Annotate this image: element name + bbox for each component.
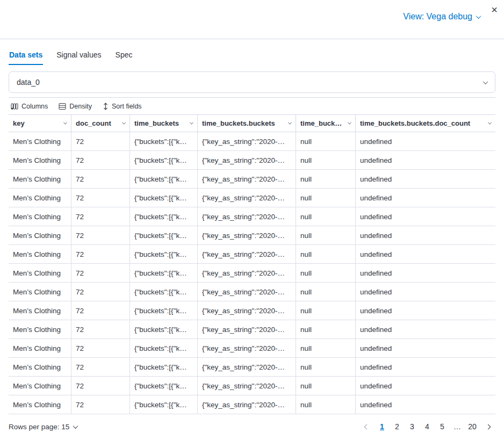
chevron-down-icon <box>476 13 481 19</box>
table-cell-doc_count: 72 <box>71 283 130 301</box>
table-row: Men’s Clothing72{"buckets":[{"k…{"key_as… <box>9 339 495 358</box>
table-cell-time_buckets-buckets: {"key_as_string":"2020-… <box>198 264 296 282</box>
table-cell-doc_count: 72 <box>71 226 130 244</box>
table-cell-time_buckets-buckets-doc_count: undefined <box>356 339 495 357</box>
pagination-bar: Rows per page: 15 12345…20 <box>9 419 495 434</box>
tab-data-sets[interactable]: Data sets <box>9 46 43 65</box>
table-row: Men’s Clothing72{"buckets":[{"k…{"key_as… <box>9 395 495 414</box>
pagination-page-2[interactable]: 2 <box>390 419 404 434</box>
table-cell-time_buckets: {"buckets":[{"k… <box>130 207 198 226</box>
chevron-down-icon <box>190 121 193 125</box>
table-cell-time_buckets: {"buckets":[{"k… <box>130 377 198 395</box>
table-cell-time_buckets-truncated: null <box>296 189 356 207</box>
table-row: Men’s Clothing72{"buckets":[{"k…{"key_as… <box>9 151 495 170</box>
rows-per-page-label: Rows per page: 15 <box>9 423 69 431</box>
table-cell-time_buckets-buckets: {"key_as_string":"2020-… <box>198 395 296 414</box>
chevron-down-icon <box>288 121 292 125</box>
table-cell-key: Men’s Clothing <box>9 132 71 150</box>
pagination-page-3[interactable]: 3 <box>405 419 419 434</box>
table-cell-time_buckets-truncated: null <box>296 395 356 414</box>
table-cell-time_buckets: {"buckets":[{"k… <box>130 132 198 150</box>
table-cell-time_buckets-truncated: null <box>296 320 356 338</box>
table-cell-time_buckets-buckets-doc_count: undefined <box>356 132 495 150</box>
table-cell-time_buckets-buckets: {"key_as_string":"2020-… <box>198 358 296 376</box>
table-cell-time_buckets: {"buckets":[{"k… <box>130 283 198 301</box>
table-cell-time_buckets-buckets: {"key_as_string":"2020-… <box>198 245 296 263</box>
chevron-down-icon <box>122 121 126 125</box>
pagination-page-20[interactable]: 20 <box>465 419 479 434</box>
close-icon[interactable]: × <box>491 4 498 15</box>
pagination-page-5[interactable]: 5 <box>435 419 449 434</box>
chevron-right-icon <box>485 424 491 429</box>
sort-fields-button[interactable]: Sort fields <box>103 103 142 110</box>
data-grid: Columns Density Sort fields keydoc_count… <box>9 97 495 414</box>
column-header-doc_count[interactable]: doc_count <box>71 115 130 132</box>
table-cell-time_buckets-buckets: {"key_as_string":"2020-… <box>198 283 296 301</box>
column-header-label: time_buckets <box>134 119 179 127</box>
table-cell-doc_count: 72 <box>71 170 130 188</box>
column-header-label: time_buckets.buckets.doc_count <box>360 119 470 127</box>
table-cell-time_buckets-buckets: {"key_as_string":"2020-… <box>198 207 296 226</box>
column-header-key[interactable]: key <box>9 115 71 132</box>
table-cell-time_buckets: {"buckets":[{"k… <box>130 226 198 244</box>
table-cell-time_buckets-truncated: null <box>296 245 356 263</box>
rows-per-page-button[interactable]: Rows per page: 15 <box>9 423 77 431</box>
table-cell-time_buckets-truncated: null <box>296 170 356 188</box>
table-row: Men’s Clothing72{"buckets":[{"k…{"key_as… <box>9 377 495 395</box>
table-cell-doc_count: 72 <box>71 151 130 169</box>
table-cell-key: Men’s Clothing <box>9 226 71 244</box>
density-icon <box>59 103 66 110</box>
chevron-down-icon <box>483 79 488 84</box>
view-selector-button[interactable]: View: Vega debug <box>403 12 480 21</box>
column-header-time_buckets-buckets-doc_count[interactable]: time_buckets.buckets.doc_count <box>356 115 495 132</box>
sort-fields-icon <box>103 103 109 110</box>
table-cell-time_buckets-buckets: {"key_as_string":"2020-… <box>198 320 296 338</box>
table-row: Men’s Clothing72{"buckets":[{"k…{"key_as… <box>9 189 495 207</box>
tab-spec[interactable]: Spec <box>115 46 133 65</box>
table-cell-time_buckets: {"buckets":[{"k… <box>130 264 198 282</box>
pagination-page-1[interactable]: 1 <box>375 419 389 434</box>
dataset-select[interactable]: data_0 <box>9 71 495 93</box>
table-header-row: keydoc_counttime_bucketstime_buckets.buc… <box>9 114 495 132</box>
table-cell-time_buckets-truncated: null <box>296 264 356 282</box>
table-cell-key: Men’s Clothing <box>9 339 71 357</box>
table-cell-time_buckets-buckets-doc_count: undefined <box>356 245 495 263</box>
column-header-time_buckets-truncated[interactable]: time_buck… <box>296 115 356 132</box>
table-cell-time_buckets: {"buckets":[{"k… <box>130 189 198 207</box>
chevron-left-icon <box>364 424 369 429</box>
table-cell-key: Men’s Clothing <box>9 245 71 263</box>
table-cell-time_buckets-buckets-doc_count: undefined <box>356 207 495 226</box>
density-button[interactable]: Density <box>59 103 92 110</box>
table-cell-time_buckets: {"buckets":[{"k… <box>130 395 198 414</box>
table-cell-time_buckets-buckets: {"key_as_string":"2020-… <box>198 339 296 357</box>
table-cell-doc_count: 72 <box>71 132 130 150</box>
table-cell-doc_count: 72 <box>71 320 130 338</box>
column-header-time_buckets[interactable]: time_buckets <box>130 115 198 132</box>
table-cell-time_buckets-truncated: null <box>296 339 356 357</box>
column-header-time_buckets-buckets[interactable]: time_buckets.buckets <box>198 115 296 132</box>
tab-bar: Data sets Signal values Spec <box>9 46 495 65</box>
table-cell-time_buckets-truncated: null <box>296 358 356 376</box>
table-cell-time_buckets-buckets: {"key_as_string":"2020-… <box>198 226 296 244</box>
table-cell-time_buckets-truncated: null <box>296 151 356 169</box>
table-cell-time_buckets-buckets: {"key_as_string":"2020-… <box>198 132 296 150</box>
table-cell-key: Men’s Clothing <box>9 151 71 169</box>
table-cell-time_buckets-buckets-doc_count: undefined <box>356 264 495 282</box>
tab-signal-values[interactable]: Signal values <box>56 46 102 65</box>
pagination-next-button[interactable] <box>480 419 495 434</box>
pagination-ellipsis: … <box>450 419 464 434</box>
columns-label: Columns <box>21 103 48 110</box>
table-cell-time_buckets-truncated: null <box>296 207 356 226</box>
columns-button[interactable]: Columns <box>11 103 48 110</box>
table-cell-key: Men’s Clothing <box>9 320 71 338</box>
table-cell-time_buckets-buckets-doc_count: undefined <box>356 151 495 169</box>
column-header-label: doc_count <box>76 119 111 127</box>
pagination-prev-button[interactable] <box>359 419 374 434</box>
chevron-down-icon <box>348 121 351 125</box>
table-row: Men’s Clothing72{"buckets":[{"k…{"key_as… <box>9 358 495 377</box>
pagination-page-4[interactable]: 4 <box>420 419 434 434</box>
table-cell-time_buckets: {"buckets":[{"k… <box>130 170 198 188</box>
pagination-controls: 12345…20 <box>359 419 495 434</box>
pagination-pages: 12345…20 <box>375 419 479 434</box>
view-selector-label: View: Vega debug <box>403 12 472 21</box>
